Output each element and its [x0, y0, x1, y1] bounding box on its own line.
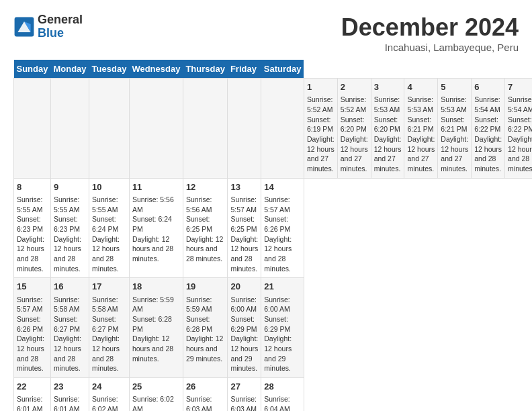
- sunset-text: Sunset: 6:22 PM: [508, 115, 532, 134]
- sunrise-text: Sunrise: 5:59 AM: [132, 295, 180, 314]
- calendar-cell: 19Sunrise: 5:59 AMSunset: 6:28 PMDayligh…: [183, 278, 228, 378]
- day-number: 13: [230, 181, 258, 193]
- day-number: 28: [264, 381, 301, 393]
- calendar-table: SundayMondayTuesdayWednesdayThursdayFrid…: [13, 60, 532, 411]
- calendar-cell: [14, 79, 51, 179]
- header-tuesday: Tuesday: [89, 60, 130, 79]
- sunrise-text: Sunrise: 5:58 AM: [54, 295, 86, 314]
- header-sunday: Sunday: [14, 60, 51, 79]
- sunset-text: Sunset: 6:21 PM: [407, 115, 435, 134]
- sunset-text: Sunset: 6:23 PM: [17, 214, 48, 234]
- sunrise-text: Sunrise: 5:55 AM: [17, 195, 48, 214]
- calendar-cell: 22Sunrise: 6:01 AMSunset: 6:30 PMDayligh…: [14, 378, 51, 411]
- logo-general: General: [38, 13, 83, 27]
- calendar-cell: 27Sunrise: 6:03 AMSunset: 6:32 PMDayligh…: [228, 378, 261, 411]
- calendar-cell: 12Sunrise: 5:56 AMSunset: 6:25 PMDayligh…: [183, 178, 228, 278]
- sunrise-text: Sunrise: 5:55 AM: [92, 195, 126, 214]
- header-monday: Monday: [50, 60, 89, 79]
- sunset-text: Sunset: 6:27 PM: [54, 314, 86, 334]
- calendar-cell: 24Sunrise: 6:02 AMSunset: 6:31 PMDayligh…: [89, 378, 130, 411]
- day-number: 14: [264, 181, 301, 193]
- calendar-cell: 13Sunrise: 5:57 AMSunset: 6:25 PMDayligh…: [228, 178, 261, 278]
- sunrise-text: Sunrise: 6:03 AM: [230, 394, 258, 411]
- sunrise-text: Sunrise: 5:53 AM: [374, 95, 402, 114]
- daylight-text: Daylight: 12 hours and 28 minutes.: [264, 234, 301, 274]
- header-row: SundayMondayTuesdayWednesdayThursdayFrid…: [14, 60, 533, 79]
- calendar-cell: 23Sunrise: 6:01 AMSunset: 6:30 PMDayligh…: [50, 378, 89, 411]
- daylight-text: Daylight: 12 hours and 28 minutes.: [54, 334, 86, 373]
- sunrise-text: Sunrise: 5:58 AM: [92, 295, 126, 314]
- sunrise-text: Sunrise: 6:00 AM: [264, 295, 301, 314]
- page-header: General Blue December 2024 Incahuasi, La…: [13, 13, 519, 53]
- calendar-cell: 9Sunrise: 5:55 AMSunset: 6:23 PMDaylight…: [50, 178, 89, 278]
- daylight-text: Daylight: 12 hours and 28 minutes.: [92, 334, 126, 373]
- daylight-text: Daylight: 12 hours and 28 minutes.: [508, 134, 532, 174]
- daylight-text: Daylight: 12 hours and 28 minutes.: [474, 134, 502, 174]
- sunset-text: Sunset: 6:27 PM: [92, 314, 126, 334]
- calendar-cell: 18Sunrise: 5:59 AMSunset: 6:28 PMDayligh…: [129, 278, 183, 378]
- day-number: 5: [441, 81, 468, 93]
- sunrise-text: Sunrise: 5:57 AM: [230, 195, 258, 214]
- sunset-text: Sunset: 6:26 PM: [264, 214, 301, 234]
- daylight-text: Daylight: 12 hours and 28 minutes.: [132, 234, 180, 264]
- calendar-cell: 17Sunrise: 5:58 AMSunset: 6:27 PMDayligh…: [89, 278, 130, 378]
- calendar-cell: 14Sunrise: 5:57 AMSunset: 6:26 PMDayligh…: [261, 178, 304, 278]
- sunrise-text: Sunrise: 5:54 AM: [474, 95, 502, 114]
- calendar-cell: [183, 79, 228, 179]
- sunset-text: Sunset: 6:22 PM: [474, 115, 502, 134]
- calendar-cell: 5Sunrise: 5:53 AMSunset: 6:21 PMDaylight…: [438, 79, 472, 179]
- daylight-text: Daylight: 12 hours and 27 minutes.: [407, 134, 435, 174]
- logo-icon: [13, 16, 35, 38]
- sunrise-text: Sunrise: 6:02 AM: [92, 394, 126, 411]
- sunset-text: Sunset: 6:26 PM: [17, 314, 48, 334]
- sunset-text: Sunset: 6:19 PM: [307, 115, 335, 134]
- sunrise-text: Sunrise: 6:01 AM: [17, 394, 48, 411]
- sunset-text: Sunset: 6:24 PM: [132, 214, 180, 234]
- logo-text: General Blue: [38, 13, 83, 40]
- week-row-2: 8Sunrise: 5:55 AMSunset: 6:23 PMDaylight…: [14, 178, 533, 278]
- week-row-3: 15Sunrise: 5:57 AMSunset: 6:26 PMDayligh…: [14, 278, 533, 378]
- calendar-cell: 20Sunrise: 6:00 AMSunset: 6:29 PMDayligh…: [228, 278, 261, 378]
- calendar-cell: 26Sunrise: 6:03 AMSunset: 6:32 PMDayligh…: [183, 378, 228, 411]
- sunrise-text: Sunrise: 5:59 AM: [186, 295, 225, 314]
- day-number: 8: [17, 181, 48, 193]
- day-number: 3: [374, 81, 402, 93]
- day-number: 9: [54, 181, 86, 193]
- day-number: 17: [92, 281, 126, 293]
- sunset-text: Sunset: 6:25 PM: [186, 214, 225, 234]
- day-number: 11: [132, 181, 180, 193]
- calendar-cell: 8Sunrise: 5:55 AMSunset: 6:23 PMDaylight…: [14, 178, 51, 278]
- calendar-cell: 3Sunrise: 5:53 AMSunset: 6:20 PMDaylight…: [371, 79, 404, 179]
- daylight-text: Daylight: 12 hours and 27 minutes.: [441, 134, 468, 174]
- daylight-text: Daylight: 12 hours and 27 minutes.: [374, 134, 402, 174]
- daylight-text: Daylight: 12 hours and 28 minutes.: [17, 234, 48, 274]
- day-number: 20: [230, 281, 258, 293]
- sunset-text: Sunset: 6:24 PM: [92, 214, 126, 234]
- calendar-cell: 6Sunrise: 5:54 AMSunset: 6:22 PMDaylight…: [472, 79, 505, 179]
- day-number: 26: [186, 381, 225, 393]
- day-number: 4: [407, 81, 435, 93]
- calendar-cell: 2Sunrise: 5:52 AMSunset: 6:20 PMDaylight…: [337, 79, 371, 179]
- day-number: 27: [230, 381, 258, 393]
- sunrise-text: Sunrise: 5:53 AM: [407, 95, 435, 114]
- day-number: 16: [54, 281, 86, 293]
- sunset-text: Sunset: 6:20 PM: [374, 115, 402, 134]
- sunrise-text: Sunrise: 5:56 AM: [132, 195, 180, 214]
- sunrise-text: Sunrise: 5:54 AM: [508, 95, 532, 114]
- calendar-cell: 7Sunrise: 5:54 AMSunset: 6:22 PMDaylight…: [505, 79, 532, 179]
- daylight-text: Daylight: 12 hours and 27 minutes.: [341, 134, 368, 174]
- sunrise-text: Sunrise: 5:56 AM: [186, 195, 225, 214]
- daylight-text: Daylight: 12 hours and 29 minutes.: [264, 334, 301, 373]
- day-number: 6: [474, 81, 502, 93]
- week-row-4: 22Sunrise: 6:01 AMSunset: 6:30 PMDayligh…: [14, 378, 533, 411]
- day-number: 19: [186, 281, 225, 293]
- sunrise-text: Sunrise: 6:00 AM: [230, 295, 258, 314]
- sunrise-text: Sunrise: 5:52 AM: [341, 95, 368, 114]
- sunset-text: Sunset: 6:28 PM: [132, 314, 180, 334]
- calendar-cell: 1Sunrise: 5:52 AMSunset: 6:19 PMDaylight…: [304, 79, 337, 179]
- sunrise-text: Sunrise: 5:57 AM: [264, 195, 301, 214]
- month-title: December 2024: [341, 13, 519, 42]
- calendar-cell: [261, 79, 304, 179]
- daylight-text: Daylight: 12 hours and 28 minutes.: [17, 334, 48, 373]
- calendar-cell: 28Sunrise: 6:04 AMSunset: 6:33 PMDayligh…: [261, 378, 304, 411]
